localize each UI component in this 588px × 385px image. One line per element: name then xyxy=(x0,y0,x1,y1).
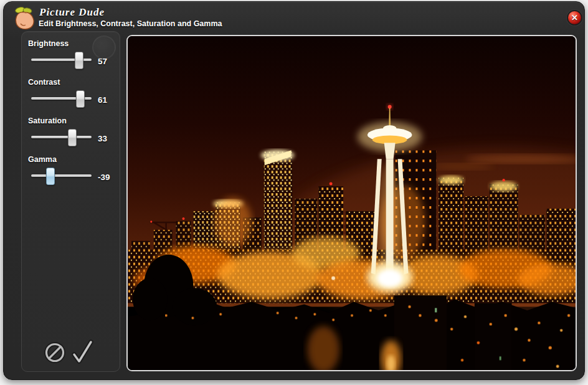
gamma-slider-row: Gamma -39 xyxy=(28,155,116,194)
gamma-slider-track[interactable] xyxy=(31,174,92,177)
app-title: Picture Dude xyxy=(39,6,105,19)
gamma-label: Gamma xyxy=(28,155,116,164)
page-title: Edit Brightness, Contrast, Saturation an… xyxy=(39,19,222,28)
saturation-slider-row: Saturation 33 xyxy=(28,116,116,155)
brightness-slider-row: Brightness 57 xyxy=(28,39,116,78)
app-window: Picture Dude Edit Brightness, Contrast, … xyxy=(3,1,585,380)
contrast-slider-thumb[interactable] xyxy=(76,90,85,108)
brightness-slider-thumb[interactable] xyxy=(75,52,83,69)
brightness-label: Brightness xyxy=(28,39,116,48)
photo-frame xyxy=(126,35,577,371)
saturation-label: Saturation xyxy=(28,116,116,125)
controls-panel: Brightness 57 Contrast 61 Saturation 33 … xyxy=(21,31,120,372)
no-entry-slash-icon xyxy=(42,338,69,366)
contrast-slider-track[interactable] xyxy=(31,97,92,100)
brightness-value: 57 xyxy=(98,57,120,66)
gamma-slider-thumb[interactable] xyxy=(46,168,55,185)
action-buttons xyxy=(42,338,96,366)
photo-preview xyxy=(128,36,576,370)
saturation-slider-track[interactable] xyxy=(31,136,92,138)
contrast-label: Contrast xyxy=(28,78,116,87)
desktop: { "window": { "title": "Picture Dude", "… xyxy=(0,0,588,385)
checkmark-icon xyxy=(70,338,96,366)
contrast-slider-row: Contrast 61 xyxy=(28,78,116,116)
saturation-slider-thumb[interactable] xyxy=(68,129,77,146)
gamma-value: -39 xyxy=(98,173,120,182)
picture-dude-mascot-icon xyxy=(11,5,39,31)
brightness-slider-track[interactable] xyxy=(31,59,92,61)
close-icon: ✕ xyxy=(568,10,581,26)
saturation-value: 33 xyxy=(98,134,120,143)
apply-button[interactable] xyxy=(70,338,96,366)
contrast-value: 61 xyxy=(98,95,120,105)
cancel-button[interactable] xyxy=(42,338,69,366)
close-button[interactable]: ✕ xyxy=(567,10,582,26)
